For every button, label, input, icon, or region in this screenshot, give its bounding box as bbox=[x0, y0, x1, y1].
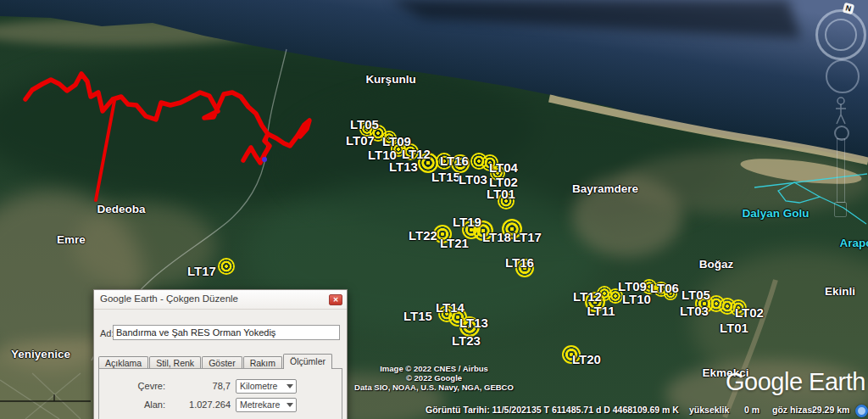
altitude-value: 0 m bbox=[744, 405, 760, 415]
turbine-label[interactable]: LT01 bbox=[487, 187, 515, 201]
turbine-label[interactable]: LT03 bbox=[680, 304, 709, 318]
turbine-label[interactable]: LT18 bbox=[482, 230, 511, 244]
turbine-label[interactable]: LT12 bbox=[573, 289, 602, 304]
turbine-label[interactable]: LT15 bbox=[403, 309, 432, 323]
turbine-label[interactable]: LT11 bbox=[587, 304, 615, 318]
area-unit-value: Metrekare bbox=[240, 399, 280, 410]
water-name-label: Arapo bbox=[839, 237, 868, 249]
turbine-label[interactable]: LT13 bbox=[459, 316, 488, 330]
turbine-label[interactable]: LT04 bbox=[489, 160, 518, 175]
streaming-progress-icon bbox=[855, 405, 868, 417]
move-joystick[interactable] bbox=[826, 59, 860, 93]
turbine-label[interactable]: LT10 bbox=[622, 292, 651, 306]
coordinates: 35 T 611485.71 d D 4468109.69 m K bbox=[531, 405, 679, 415]
google-earth-logo: Google Earth bbox=[726, 368, 865, 396]
turbine-label[interactable]: LT15 bbox=[431, 170, 460, 184]
tab-olcumler[interactable]: Ölçümler bbox=[283, 354, 332, 369]
turbine-label[interactable]: LT16 bbox=[505, 255, 534, 270]
turbine-label[interactable]: LT19 bbox=[453, 215, 481, 229]
polygon-edit-dialog: Google Earth - Çokgen Düzenle Ad: Açıkla… bbox=[93, 289, 348, 419]
tab-aciklama[interactable]: Açıklama bbox=[98, 356, 148, 369]
dialog-tabs: Açıklama Stil, Renk Göster Rakım Ölçümle… bbox=[98, 355, 333, 369]
tab-stil-renk[interactable]: Stil, Renk bbox=[149, 356, 201, 369]
area-label: Alan: bbox=[99, 399, 165, 410]
place-name-label: Dedeoba bbox=[97, 203, 145, 215]
turbine-label[interactable]: LT06 bbox=[650, 281, 679, 295]
measurements-panel: Çevre: 78,7 Kilometre Alan: 1.027.264 Me… bbox=[98, 368, 342, 419]
dialog-title: Google Earth - Çokgen Düzenle bbox=[100, 293, 238, 304]
place-name-label: Kurşunlu bbox=[365, 73, 415, 86]
turbine-label[interactable]: LT23 bbox=[452, 333, 481, 348]
place-name-label: Boğaz bbox=[699, 258, 734, 271]
attribution-line: Image © 2022 CNES / Airbus bbox=[341, 364, 527, 373]
turbine-label[interactable]: LT21 bbox=[440, 236, 469, 250]
tab-goster[interactable]: Göster bbox=[202, 356, 242, 369]
map-attribution: Image © 2022 CNES / Airbus © 2022 Google… bbox=[341, 364, 527, 392]
turbine-label[interactable]: LT05 bbox=[682, 288, 710, 302]
turbine-label[interactable]: LT16 bbox=[440, 154, 469, 168]
perimeter-unit-value: Kilometre bbox=[240, 381, 277, 391]
turbine-label[interactable]: LT02 bbox=[735, 305, 764, 320]
area-unit-select[interactable]: Metrekare bbox=[236, 398, 297, 412]
compass-inner-ring[interactable] bbox=[825, 19, 857, 51]
turbine-label[interactable]: LT22 bbox=[409, 228, 437, 243]
eye-alt-label: göz hizası bbox=[772, 405, 815, 415]
google-earth-window: LT05LT07LT09LT10LT12LT13LT16LT15LT03LT04… bbox=[0, 0, 868, 419]
perimeter-label: Çevre: bbox=[99, 381, 165, 391]
place-name-label: Yeniyenice bbox=[11, 348, 70, 360]
turbine-label[interactable]: LT20 bbox=[572, 352, 601, 366]
dialog-titlebar[interactable]: Google Earth - Çokgen Düzenle bbox=[94, 290, 347, 310]
tab-rakim[interactable]: Rakım bbox=[243, 356, 282, 369]
place-name-label: Bayramdere bbox=[572, 182, 638, 195]
zoom-out-button[interactable] bbox=[834, 202, 847, 217]
turbine-label[interactable]: LT17 bbox=[187, 264, 216, 278]
dropdown-arrow-icon bbox=[287, 403, 293, 407]
zoom-slider[interactable] bbox=[833, 126, 849, 219]
close-button[interactable] bbox=[329, 294, 342, 305]
attribution-line: Data SIO, NOAA, U.S. Navy, NGA, GEBCO bbox=[341, 383, 527, 392]
turbine-label[interactable]: LT07 bbox=[346, 133, 375, 148]
water-name-label: Dalyan Golu bbox=[743, 207, 810, 220]
altitude-label: yükseklik bbox=[689, 405, 729, 415]
place-name-label: Ekinli bbox=[825, 285, 855, 298]
place-name-label: Emre bbox=[57, 233, 86, 246]
name-input[interactable] bbox=[113, 325, 340, 340]
turbine-label[interactable]: LT03 bbox=[459, 172, 487, 187]
dropdown-arrow-icon bbox=[287, 384, 293, 388]
area-value: 1.027.264 bbox=[171, 399, 231, 410]
turbine-label[interactable]: LT01 bbox=[720, 321, 748, 335]
turbine-label[interactable]: LT14 bbox=[436, 300, 465, 315]
zoom-slider-track[interactable] bbox=[837, 138, 845, 203]
turbine-label[interactable]: LT17 bbox=[513, 230, 542, 244]
attribution-line: © 2022 Google bbox=[341, 373, 527, 383]
pegman-icon[interactable] bbox=[832, 96, 849, 126]
perimeter-value: 78,7 bbox=[171, 381, 231, 391]
turbine-label[interactable]: LT05 bbox=[350, 117, 379, 131]
perimeter-unit-select[interactable]: Kilometre bbox=[236, 379, 297, 394]
image-date: Görüntü Tarihi: 11/5/2021 bbox=[426, 405, 531, 415]
turbine-label[interactable]: LT13 bbox=[389, 159, 418, 174]
eye-alt-value: 29.29 km bbox=[812, 405, 849, 415]
